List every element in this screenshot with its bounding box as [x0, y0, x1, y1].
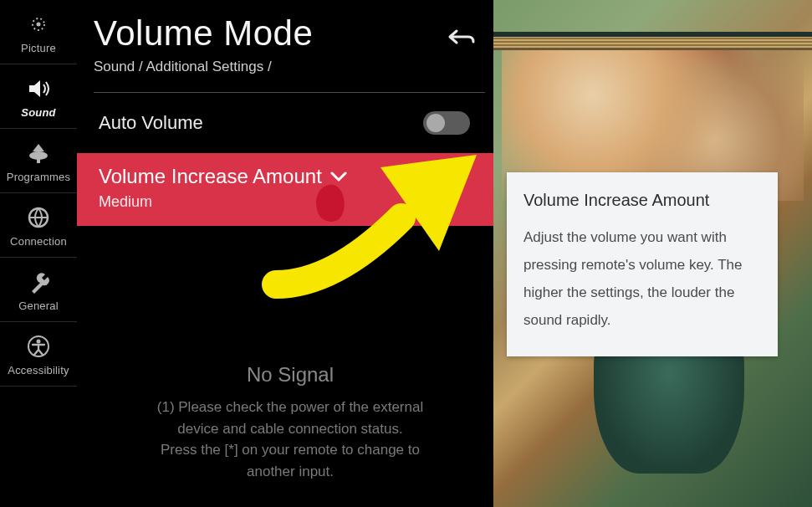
sidebar-item-picture[interactable]: Picture	[0, 0, 77, 64]
svg-point-1	[37, 23, 41, 27]
sidebar-item-programmes[interactable]: Programmes	[0, 129, 77, 193]
no-signal-line: another input.	[87, 461, 493, 483]
page-title: Volume Mode	[94, 13, 485, 54]
sidebar-item-label: Accessibility	[8, 364, 69, 376]
svg-point-2	[29, 151, 48, 160]
auto-volume-row[interactable]: Auto Volume	[94, 93, 485, 153]
help-title: Volume Increase Amount	[523, 191, 761, 210]
auto-volume-toggle[interactable]	[423, 111, 470, 135]
chevron-down-icon	[330, 171, 347, 182]
back-arrow-icon	[447, 27, 475, 49]
accessibility-icon	[24, 334, 53, 359]
picture-icon	[24, 12, 53, 37]
volume-increase-amount-row[interactable]: Volume Increase Amount Medium	[77, 153, 493, 226]
no-signal-line: device and cable connection status.	[87, 418, 493, 440]
background-faint-text: No Signal (1) Please check the power of …	[87, 360, 493, 482]
sound-icon	[24, 76, 53, 101]
sidebar-item-label: Picture	[21, 42, 56, 54]
connection-icon	[24, 205, 53, 230]
sidebar-item-label: Connection	[10, 235, 67, 248]
sidebar-item-connection[interactable]: Connection	[0, 193, 77, 258]
sidebar-item-accessibility[interactable]: Accessibility	[0, 322, 77, 387]
settings-panel: Volume Mode Sound / Additional Settings …	[77, 0, 493, 507]
help-tooltip: Volume Increase Amount Adjust the volume…	[507, 172, 778, 356]
sidebar-item-label: Programmes	[7, 171, 70, 183]
svg-point-6	[37, 340, 41, 344]
sidebar-item-label: General	[18, 300, 59, 312]
panel-header: Volume Mode Sound / Additional Settings …	[94, 8, 485, 84]
no-signal-line: Press the [*] on your remote to change t…	[87, 439, 493, 461]
no-signal-line: (1) Please check the power of the extern…	[87, 397, 493, 418]
no-signal-header: No Signal	[87, 360, 493, 390]
settings-sidebar: Picture Sound Programmes Connection Gene…	[0, 0, 77, 507]
programmes-icon	[24, 141, 53, 166]
sidebar-item-sound[interactable]: Sound	[0, 64, 77, 129]
toggle-knob	[426, 114, 445, 132]
sidebar-item-general[interactable]: General	[0, 258, 77, 322]
volume-increase-value: Medium	[99, 193, 478, 211]
wrench-icon	[24, 269, 53, 294]
volume-increase-title: Volume Increase Amount	[99, 165, 322, 188]
pointer-cursor-icon	[313, 182, 348, 224]
back-button[interactable]	[447, 27, 475, 52]
help-body: Adjust the volume you want with pressing…	[523, 223, 761, 335]
breadcrumb: Sound / Additional Settings /	[94, 59, 485, 75]
auto-volume-label: Auto Volume	[99, 112, 203, 134]
svg-rect-3	[37, 159, 40, 163]
sidebar-item-label: Sound	[21, 106, 55, 119]
